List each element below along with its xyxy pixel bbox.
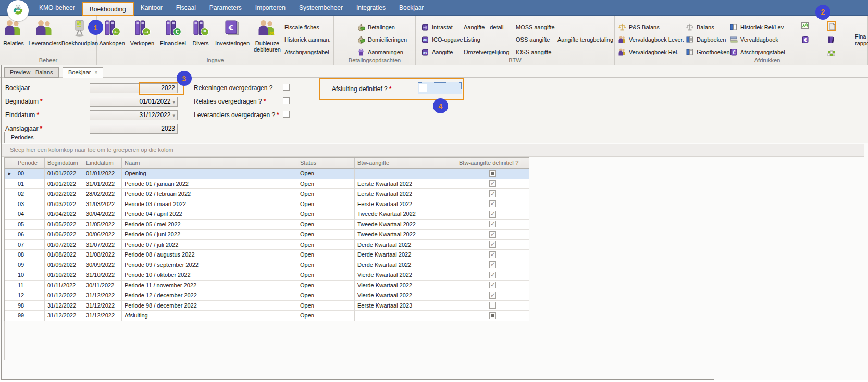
row-selector-cell[interactable] (5, 270, 15, 281)
ribbon-item-ioss-aangifte[interactable]: IOSS aangifte (516, 46, 555, 58)
ribbon-item-vervaldagboek[interactable]: Vervaldagboek (729, 33, 794, 46)
ribbon-item-ico-opgave[interactable]: auICO-opgave (421, 33, 462, 46)
row-selector-cell[interactable] (5, 179, 15, 189)
btw-definitief-checkbox[interactable] (489, 312, 496, 319)
ribbon-item-dubieuze-debiteuren[interactable]: Dubieuze debiteuren (252, 16, 282, 53)
ribbon-item-financieel[interactable]: €Financieel (157, 16, 189, 53)
einddatum-field[interactable]: 31/12/2022▾ (90, 110, 178, 120)
btw-definitief-checkbox[interactable] (489, 272, 496, 278)
table-row-periode-03[interactable]: 0301/03/202231/03/2022Periode 03 / maart… (5, 199, 529, 210)
tab-boekjaar[interactable]: Boekjaar× (63, 67, 103, 78)
row-selector-cell[interactable] (5, 189, 15, 199)
table-row-periode-06[interactable]: 0601/06/202230/06/2022Periode 06 / juni … (5, 230, 529, 240)
table-row-periode-09[interactable]: 0901/09/202230/09/2022Periode 09 / septe… (5, 260, 529, 271)
table-row-periode-07[interactable]: 0701/07/202231/07/2022Periode 07 / juli … (5, 240, 529, 250)
ribbon-item-oss-aangifte[interactable]: OSS aangifte (516, 33, 555, 46)
btw-definitief-checkbox[interactable] (489, 231, 496, 238)
ribbon-item-dagboeken[interactable]: Dagboeken (686, 33, 728, 46)
menu-item-integraties[interactable]: Integraties (350, 0, 392, 16)
ribbon-item-p-s-balans[interactable]: P&S Balans (618, 21, 681, 33)
leveranciers-overgedragen-checkbox[interactable] (283, 111, 290, 118)
afsluiting-definitief-checkbox[interactable] (419, 84, 427, 92)
tab-preview-balans[interactable]: Preview - Balans (4, 67, 59, 78)
column-header-einddatum[interactable]: Einddatum (83, 158, 122, 169)
column-header-btw-aangifte[interactable]: Btw-aangifte (355, 158, 456, 169)
close-tab-icon[interactable]: × (94, 70, 97, 75)
ribbon-item-verkopen[interactable]: →Verkopen (127, 16, 157, 53)
ribbon-item-financiele-rapporten[interactable]: Finarappo (853, 16, 868, 47)
table-row-periode-12[interactable]: 1201/12/202231/12/2022Periode 12 / decem… (5, 290, 529, 301)
ribbon-button-euroboek[interactable]: € (794, 33, 817, 47)
row-selector-cell[interactable] (5, 240, 15, 250)
ribbon-button-grafiek[interactable] (794, 19, 817, 33)
table-row-periode-00[interactable]: ▸0001/01/202201/01/2022OpeningOpen (5, 169, 529, 179)
ribbon-item-historiek-rel-lev[interactable]: Historiek Rel/Lev (729, 21, 794, 33)
menu-item-boekjaar[interactable]: Boekjaar (392, 0, 430, 16)
column-header-btw-aangifte-definitief[interactable]: Btw-aangifte definitief ? (456, 158, 529, 169)
ribbon-item-afschrijvingstabel[interactable]: €Afschrijvingstabel (729, 46, 794, 58)
btw-definitief-checkbox[interactable] (489, 180, 496, 187)
ribbon-item-aangifte-detail[interactable]: Aangifte - detail (464, 21, 514, 33)
table-row-periode-05[interactable]: 0501/05/202231/05/2022Periode 05 / mei 2… (5, 220, 529, 230)
ribbon-item-afschrijvingstabel[interactable]: Afschrijvingstabel (284, 46, 334, 58)
btw-definitief-checkbox[interactable] (489, 200, 496, 207)
tab-periodes[interactable]: Periodes (4, 132, 40, 143)
row-selector-cell[interactable] (5, 281, 15, 291)
ribbon-item-vervaldagboek-lever[interactable]: Vervaldagboek Lever. (618, 33, 681, 46)
menu-item-kantoor[interactable]: Kantoor (134, 0, 169, 16)
row-selector-cell[interactable] (5, 220, 15, 230)
column-header-begindatum[interactable]: Begindatum (45, 158, 83, 169)
ribbon-item-vervaldagboek-rel[interactable]: Vervaldagboek Rel. (618, 46, 681, 58)
ribbon-item-aangifte[interactable]: avAangifte (421, 46, 462, 58)
ribbon-item-investeringen[interactable]: €Investeringen (213, 16, 252, 53)
ribbon-item-aankopen[interactable]: ←Aankopen (97, 16, 127, 53)
ribbon-item-listing[interactable]: Listing (464, 33, 514, 46)
table-row-periode-10[interactable]: 1001/10/202231/10/2022Periode 10 / oktob… (5, 270, 529, 281)
menu-item-importeren[interactable]: Importeren (249, 0, 292, 16)
row-selector-cell[interactable] (5, 209, 15, 220)
btw-definitief-checkbox[interactable] (489, 292, 496, 299)
row-selector-cell[interactable] (5, 301, 15, 311)
current-row-indicator[interactable]: ▸ (5, 169, 15, 179)
relaties-overgedragen-checkbox[interactable] (283, 97, 290, 104)
menu-item-boekhouding[interactable]: Boekhouding (82, 2, 134, 16)
menu-item-systeembeheer[interactable]: Systeembeheer (292, 0, 350, 16)
ribbon-item-boekhoudplan[interactable]: Boekhoudplan1 (63, 16, 97, 46)
ribbon-item-balans[interactable]: Balans (686, 21, 728, 33)
table-row-periode-02[interactable]: 0201/02/202228/02/2022Periode 02 / febru… (5, 189, 529, 199)
column-header-periode[interactable]: Periode▲ (15, 158, 45, 169)
ribbon-item-betalingen[interactable]: Betalingen (357, 21, 416, 33)
dropdown-arrow-icon[interactable]: ▾ (172, 99, 175, 105)
ribbon-item-grootboeken[interactable]: Grootboeken (686, 46, 728, 58)
btw-definitief-checkbox[interactable] (489, 241, 496, 248)
table-row-periode-11[interactable]: 1101/11/202230/11/2022Periode 11 / novem… (5, 281, 529, 291)
ribbon-button-boeken[interactable] (817, 33, 846, 47)
row-selector-cell[interactable] (5, 230, 15, 240)
rekeningen-overgedragen-checkbox[interactable] (283, 84, 290, 91)
table-row-periode-04[interactable]: 0401/04/202230/04/2022Periode 04 / april… (5, 209, 529, 220)
ribbon-item-omzetvergelijking[interactable]: Omzetvergelijking (464, 46, 514, 58)
btw-definitief-checkbox[interactable] (489, 221, 496, 227)
ribbon-button-document[interactable]: 2 (817, 19, 846, 33)
menu-item-fiscaal[interactable]: Fiscaal (169, 0, 203, 16)
table-row-periode-98[interactable]: 9831/12/202231/12/2022Periode 98 / decem… (5, 301, 529, 311)
btw-definitief-checkbox[interactable] (489, 170, 496, 177)
btw-definitief-checkbox[interactable] (489, 302, 496, 309)
aanslagjaar-field[interactable]: 2023 (90, 124, 178, 134)
table-row-periode-01[interactable]: 0101/01/202231/01/2022Periode 01 / janua… (5, 179, 529, 189)
menu-item-parameters[interactable]: Parameters (203, 0, 249, 16)
btw-definitief-checkbox[interactable] (489, 282, 496, 288)
btw-definitief-checkbox[interactable] (489, 190, 496, 197)
btw-definitief-checkbox[interactable] (489, 251, 496, 258)
ribbon-item-aanmaningen[interactable]: Aanmaningen (357, 46, 416, 58)
table-row-periode-99[interactable]: 9931/12/202231/12/2022AfsluitingOpen (5, 311, 529, 321)
row-selector-cell[interactable] (5, 260, 15, 271)
afsluiting-definitief-field[interactable] (418, 82, 462, 94)
row-selector-cell[interactable] (5, 290, 15, 301)
btw-definitief-checkbox[interactable] (489, 211, 496, 218)
grid-groupby-bar[interactable]: Sleep hier een kolomkop naar toe om te g… (1, 144, 864, 157)
ribbon-item-leveranciers[interactable]: Leveranciers (27, 16, 63, 46)
row-selector-cell[interactable] (5, 199, 15, 210)
dropdown-arrow-icon[interactable]: ▾ (172, 113, 175, 118)
ribbon-item-divers[interactable]: *Divers (189, 16, 213, 53)
